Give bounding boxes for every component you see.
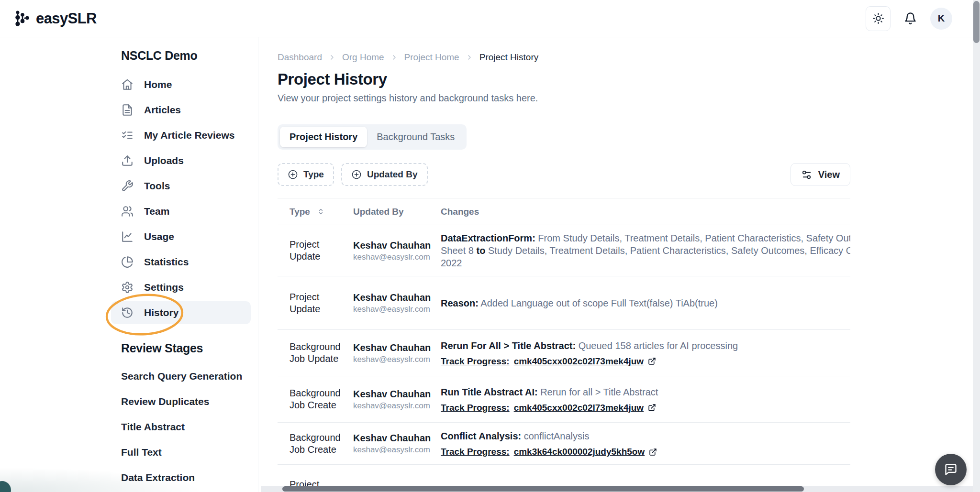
sidebar-item-statistics[interactable]: Statistics [111, 251, 251, 273]
sidebar-item-usage[interactable]: Usage [111, 225, 251, 248]
track-progress-link[interactable]: cmk405cxx002c02l73mek4juw [514, 356, 644, 367]
vertical-scrollbar-thumb[interactable] [973, 1, 980, 43]
top-bar-actions: K [866, 6, 952, 31]
user-name: Keshav Chauhan [353, 388, 441, 400]
chart-line-icon [121, 230, 134, 243]
avatar-initial: K [938, 13, 945, 24]
sidebar: NSCLC Demo Home Articles [0, 37, 258, 492]
external-link-icon[interactable] [648, 357, 656, 365]
history-table: Type Updated By Changes Project Update K… [278, 198, 850, 492]
sidebar-item-title-abstract[interactable]: Title Abstract [111, 415, 258, 438]
list-checks-icon [121, 129, 134, 142]
user-email: keshav@easyslr.com [353, 252, 441, 262]
external-link-icon[interactable] [648, 404, 656, 412]
review-stages-heading: Review Stages [111, 341, 258, 355]
sidebar-item-home[interactable]: Home [111, 73, 251, 96]
chat-bubble-icon [944, 463, 958, 476]
chevron-right-icon [328, 54, 336, 61]
file-icon [121, 104, 134, 116]
gear-icon [121, 281, 134, 294]
user-name: Keshav Chauhan [353, 342, 441, 353]
wrench-icon [121, 180, 134, 192]
view-button[interactable]: View [791, 163, 850, 186]
track-progress-label: Track Progress: [441, 447, 510, 457]
column-header-type[interactable]: Type [290, 207, 353, 217]
table-header-row: Type Updated By Changes [278, 198, 850, 225]
sidebar-item-tools[interactable]: Tools [111, 175, 251, 197]
sidebar-item-team[interactable]: Team [111, 200, 251, 223]
chevron-right-icon [390, 54, 398, 61]
vertical-scrollbar-track[interactable] [973, 0, 980, 492]
track-progress-label: Track Progress: [441, 356, 510, 367]
table-row: Background Job Create Keshav Chauhan kes… [278, 376, 850, 423]
history-icon [121, 306, 134, 319]
upload-icon [121, 154, 134, 167]
sidebar-item-search-query-generation[interactable]: Search Query Generation [111, 365, 258, 388]
sidebar-item-uploads[interactable]: Uploads [111, 149, 251, 172]
theme-toggle-button[interactable] [866, 6, 891, 31]
user-name: Keshav Chauhan [353, 292, 441, 303]
user-email: keshav@easyslr.com [353, 305, 441, 314]
home-icon [121, 78, 134, 91]
page-subtitle: View your project settings history and b… [278, 93, 980, 104]
column-header-changes: Changes [441, 207, 850, 217]
updated-by-filter-button[interactable]: Updated By [341, 163, 428, 186]
sun-icon [872, 12, 884, 24]
sidebar-item-settings[interactable]: Settings [111, 276, 251, 299]
logo-text: easySLR [36, 10, 97, 27]
project-name: NSCLC Demo [111, 49, 258, 63]
pie-chart-icon [121, 256, 134, 268]
notifications-button[interactable] [904, 12, 917, 25]
user-email: keshav@easyslr.com [353, 401, 441, 411]
app-logo[interactable]: easySLR [12, 9, 97, 28]
breadcrumb-project-history: Project History [479, 52, 539, 63]
table-row: Background Job Update Keshav Chauhan kes… [278, 330, 850, 376]
user-name: Keshav Chauhan [353, 240, 441, 251]
sidebar-nav: Home Articles My Article [111, 73, 258, 324]
sliders-icon [801, 169, 812, 180]
filter-toolbar: Type Updated By View [278, 163, 850, 186]
main-content: Dashboard Org Home Project Home Project … [258, 37, 980, 492]
chevron-right-icon [466, 54, 473, 61]
table-row: Project Update Keshav Chauhan keshav@eas… [278, 276, 850, 330]
table-row: Project Update Keshav Chauhan keshav@eas… [278, 225, 850, 276]
bell-icon [904, 12, 917, 25]
sidebar-item-review-duplicates[interactable]: Review Duplicates [111, 390, 258, 413]
external-link-icon[interactable] [649, 448, 657, 456]
easyslr-logo-icon [12, 9, 32, 28]
chat-widget-button[interactable] [935, 454, 967, 485]
horizontal-scrollbar-thumb[interactable] [282, 486, 804, 492]
column-header-updated-by: Updated By [353, 207, 441, 217]
user-email: keshav@easyslr.com [353, 445, 441, 455]
sidebar-item-articles[interactable]: Articles [111, 98, 251, 121]
track-progress-link[interactable]: cmk3k64ck000002judy5kh5ow [514, 447, 645, 457]
sidebar-item-full-text[interactable]: Full Text [111, 441, 258, 464]
page-title: Project History [278, 70, 980, 88]
track-progress-label: Track Progress: [441, 403, 510, 413]
type-filter-button[interactable]: Type [278, 163, 334, 186]
sidebar-item-history[interactable]: History [111, 301, 251, 324]
breadcrumb-dashboard[interactable]: Dashboard [278, 52, 322, 63]
plus-circle-icon [288, 169, 298, 180]
track-progress-link[interactable]: cmk405cxx002c02l73mek4juw [514, 403, 644, 413]
breadcrumb: Dashboard Org Home Project Home Project … [278, 52, 980, 63]
tab-bar: Project History Background Tasks [278, 124, 467, 150]
breadcrumb-org-home[interactable]: Org Home [342, 52, 384, 63]
top-bar: easySLR K [0, 0, 980, 37]
plus-circle-icon [351, 169, 362, 180]
sort-chevrons-icon [317, 208, 325, 216]
tab-project-history[interactable]: Project History [280, 127, 367, 147]
user-name: Keshav Chauhan [353, 432, 441, 444]
horizontal-scrollbar-track[interactable] [261, 486, 980, 492]
user-avatar[interactable]: K [930, 8, 952, 30]
table-row: Background Job Create Keshav Chauhan kes… [278, 423, 850, 465]
tab-background-tasks[interactable]: Background Tasks [367, 127, 464, 147]
users-icon [121, 205, 134, 218]
sidebar-item-data-extraction[interactable]: Data Extraction [111, 466, 258, 489]
user-email: keshav@easyslr.com [353, 355, 441, 364]
breadcrumb-project-home[interactable]: Project Home [404, 52, 459, 63]
sidebar-item-my-article-reviews[interactable]: My Article Reviews [111, 124, 251, 147]
